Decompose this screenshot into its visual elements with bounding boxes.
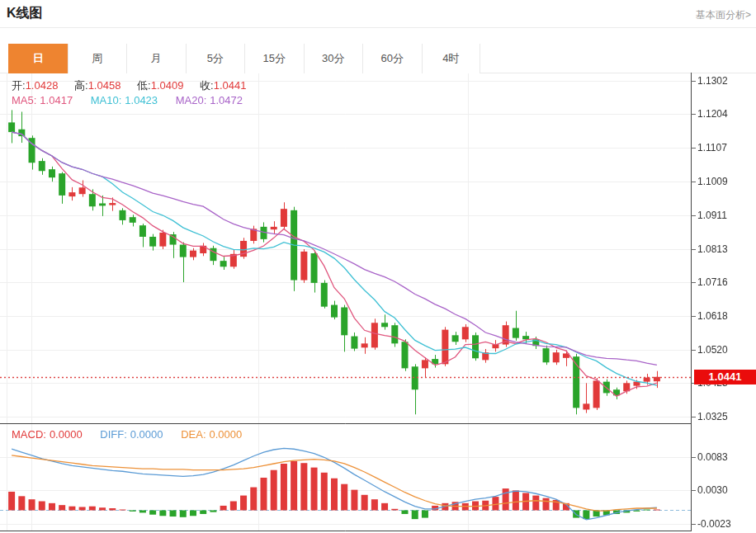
close-label: 收: <box>200 79 214 92</box>
open-value: 1.0428 <box>26 79 59 92</box>
macd-legend: MACD:0.0000 DIFF:0.0000 DEA:0.0000 <box>12 428 257 441</box>
price-axis-label: 1.0813 <box>697 243 728 255</box>
ohlc-legend: 开:1.0428 高:1.0458 低:1.0409 收:1.0441 <box>12 78 259 93</box>
ma20-label: MA20: <box>176 94 207 106</box>
ma10-value: 1.0423 <box>125 94 158 106</box>
diff-label: DIFF: <box>100 428 127 441</box>
price-axis-label: 1.0520 <box>697 344 728 356</box>
tab-week[interactable]: 周 <box>68 44 127 73</box>
ma5-label: MA5: <box>12 94 36 106</box>
low-value: 1.0409 <box>151 79 184 92</box>
price-axis-label: 1.1302 <box>697 75 728 87</box>
current-price-badge: 1.0441 <box>694 370 756 384</box>
macd-axis-label: 0.0083 <box>697 451 728 463</box>
low-label: 低: <box>137 79 151 92</box>
macd-axis-label: 0.0030 <box>697 484 728 496</box>
price-axis-label: 1.0911 <box>697 210 727 221</box>
price-axis-label: 1.0618 <box>697 310 728 322</box>
price-axis-label: 1.1107 <box>697 142 727 153</box>
dea-label: DEA: <box>181 428 206 441</box>
ma10-label: MA10: <box>91 94 122 106</box>
dea-value: 0.0000 <box>210 428 243 441</box>
price-axis-label: 1.0325 <box>697 411 728 422</box>
diff-value: 0.0000 <box>130 428 163 441</box>
price-axis-label: 1.1204 <box>697 108 728 120</box>
high-value: 1.0458 <box>88 79 121 92</box>
price-axis-label: 1.1009 <box>697 176 728 187</box>
macd-value: 0.0000 <box>50 428 83 441</box>
tab-month[interactable]: 月 <box>126 44 186 73</box>
kline-page: K线图 基本面分析> 日 周 月 5分 15分 30分 60分 4时 开:1.0… <box>0 0 756 533</box>
price-axis-label: 1.0716 <box>697 276 728 288</box>
ma5-value: 1.0417 <box>40 94 73 106</box>
tab-30min[interactable]: 30分 <box>304 44 363 73</box>
tab-4hour[interactable]: 4时 <box>422 44 481 73</box>
high-label: 高: <box>74 79 88 92</box>
ma20-value: 1.0472 <box>210 94 243 106</box>
tab-15min[interactable]: 15分 <box>244 44 304 73</box>
tab-day[interactable]: 日 <box>8 44 68 73</box>
close-value: 1.0441 <box>214 79 247 92</box>
macd-label: MACD: <box>12 428 46 441</box>
tab-60min[interactable]: 60分 <box>362 44 422 73</box>
ma-legend: MA5:1.0417 MA10:1.0423 MA20:1.0472 <box>12 94 258 106</box>
open-label: 开: <box>12 79 26 92</box>
period-tab-bar: 日 周 月 5分 15分 30分 60分 4时 <box>8 44 480 73</box>
macd-axis-label: -0.0023 <box>697 518 731 530</box>
tab-5min[interactable]: 5分 <box>186 44 245 73</box>
